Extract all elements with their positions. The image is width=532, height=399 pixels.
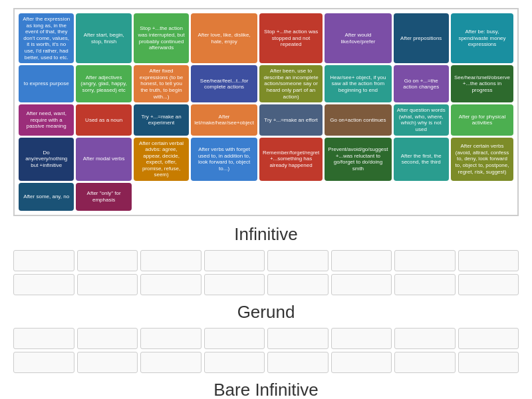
card-32[interactable]: After some, any, no (19, 183, 74, 211)
card-21[interactable]: Go on+action continues (325, 104, 391, 135)
card-grid: After the expression as long as, in the … (19, 13, 513, 211)
card-11[interactable]: See/hear/feel...t...for complete actions (191, 65, 257, 102)
drop-cell[interactable] (458, 274, 519, 295)
drop-cell[interactable] (267, 250, 329, 271)
card-18[interactable]: Try +...=make an experiment (134, 104, 189, 135)
gerund-section: Gerund (13, 302, 519, 373)
drop-cell[interactable] (13, 274, 74, 295)
drop-cell[interactable] (13, 328, 74, 349)
drop-cell[interactable] (458, 250, 519, 271)
card-26[interactable]: After certain verbal advbs: agree, appea… (134, 138, 189, 182)
card-22[interactable]: After question words (what, who, where, … (394, 104, 449, 135)
drop-cell[interactable] (77, 274, 138, 295)
drop-cell[interactable] (331, 274, 392, 295)
drop-cell[interactable] (394, 352, 456, 373)
gerund-title: Gerund (13, 302, 519, 323)
card-24[interactable]: Do any/every/nothing but +infinitive (19, 138, 74, 182)
card-25[interactable]: After modal verbs (76, 138, 131, 182)
drop-cell[interactable] (77, 328, 138, 349)
drop-cell[interactable] (204, 274, 265, 295)
drop-cell[interactable] (140, 250, 201, 271)
drop-cell[interactable] (331, 352, 392, 373)
infinitive-title: Infinitive (13, 224, 519, 245)
drop-cell[interactable] (267, 328, 329, 349)
card-5[interactable]: After would like/love/prefer (325, 13, 391, 63)
card-16[interactable]: After need, want, require with a passive… (19, 104, 74, 135)
drop-cell[interactable] (267, 352, 329, 373)
card-23[interactable]: After go for physical activities (451, 104, 513, 135)
gerund-row-1 (13, 328, 519, 349)
drop-cell[interactable] (394, 328, 456, 349)
card-grid-wrapper: After the expression as long as, in the … (13, 8, 519, 216)
card-10[interactable]: After fixed expressions (to be honest, t… (134, 65, 189, 102)
card-6[interactable]: After prepositions (394, 13, 449, 63)
card-27[interactable]: After verbs with forget used to, in addi… (191, 138, 257, 182)
drop-cell[interactable] (140, 328, 201, 349)
card-1[interactable]: After start, begin, stop, finish (76, 13, 131, 63)
drop-cell[interactable] (13, 250, 74, 271)
card-20[interactable]: Try +...=make an effort (259, 104, 323, 135)
card-7[interactable]: After be: busy, spend/waste money expres… (451, 13, 513, 63)
card-28[interactable]: Remember/forget/regret +...something has… (259, 138, 323, 182)
card-13[interactable]: Hear/see+ object, if you saw all the act… (325, 65, 391, 102)
infinitive-row-1 (13, 250, 519, 271)
drop-cell[interactable] (331, 250, 392, 271)
gerund-row-2 (13, 352, 519, 373)
card-29[interactable]: Prevent/avoid/go/suggest +...was relucta… (325, 138, 391, 182)
drop-cell[interactable] (394, 250, 456, 271)
card-30[interactable]: After the first, the second, the third (394, 138, 449, 182)
card-8[interactable]: to express purpose (19, 65, 74, 102)
card-9[interactable]: After adjectives (angry, glad, happy, so… (76, 65, 131, 102)
drop-cell[interactable] (77, 352, 138, 373)
drop-cell[interactable] (267, 274, 329, 295)
drop-cell[interactable] (204, 250, 265, 271)
infinitive-row-2 (13, 274, 519, 295)
card-15[interactable]: See/hear/smell/observe +...the actions i… (451, 65, 513, 102)
drop-cell[interactable] (458, 352, 519, 373)
card-12[interactable]: After been, use to describe an incomplet… (259, 65, 323, 102)
drop-cell[interactable] (458, 328, 519, 349)
infinitive-section: Infinitive (13, 224, 519, 295)
card-31[interactable]: After certain verbs (avoid, attract, con… (451, 138, 513, 182)
drop-cell[interactable] (13, 352, 74, 373)
card-19[interactable]: After let/make/hear/see+object (191, 104, 257, 135)
card-0[interactable]: After the expression as long as, in the … (19, 13, 74, 63)
card-2[interactable]: Stop +...the action was interrupted, but… (134, 13, 189, 63)
drop-cell[interactable] (204, 328, 265, 349)
bare-infinitive-title: Bare Infinitive (13, 380, 519, 399)
card-4[interactable]: Stop +...the action was stopped and not … (259, 13, 323, 63)
drop-cell[interactable] (331, 328, 392, 349)
card-17[interactable]: Used as a noun (76, 104, 131, 135)
drop-cell[interactable] (204, 352, 265, 373)
bare-infinitive-section: Bare Infinitive (13, 380, 519, 399)
card-14[interactable]: Go on +...=the action changes (394, 65, 449, 102)
drop-cell[interactable] (140, 274, 201, 295)
card-3[interactable]: After love, like, dislike, hate, enjoy (191, 13, 257, 63)
drop-cell[interactable] (140, 352, 201, 373)
drop-cell[interactable] (394, 274, 456, 295)
drop-cell[interactable] (77, 250, 138, 271)
card-33[interactable]: After "only" for emphasis (76, 183, 131, 211)
